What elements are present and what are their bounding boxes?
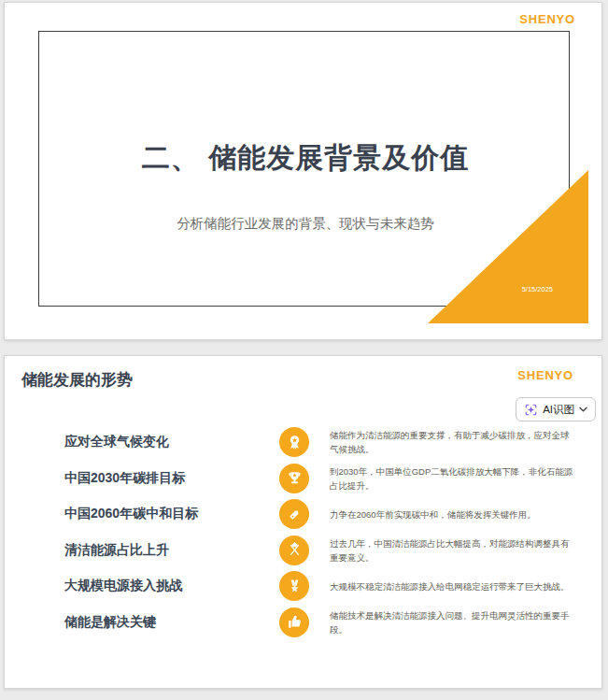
- item-description: 储能技术是解决清洁能源接入问题、提升电网灵活性的重要手段。: [330, 608, 576, 636]
- thumbs-up-icon: [279, 607, 309, 637]
- list-item: 中国2060年碳中和目标 力争在2060年前实现碳中和，储能将发挥关键作用。: [5, 496, 603, 533]
- item-title: 清洁能源占比上升: [64, 542, 272, 559]
- slide-heading: 储能发展的形势: [21, 369, 133, 391]
- list-item: 储能是解决关键 储能技术是解决清洁能源接入问题、提升电网灵活性的重要手段。: [5, 605, 603, 641]
- item-description: 储能作为清洁能源的重要支撑，有助于减少碳排放，应对全球气候挑战。: [330, 428, 576, 456]
- item-title: 储能是解决关键: [64, 614, 272, 631]
- item-title: 大规模电源接入挑战: [64, 578, 272, 594]
- slide-title: 二、 储能发展背景及价值: [38, 139, 573, 177]
- crossed-flags-icon: [279, 536, 309, 565]
- item-description: 大规模不稳定清洁能源接入给电网稳定运行带来了巨大挑战。: [330, 579, 576, 593]
- item-description: 力争在2060年前实现碳中和，储能将发挥关键作用。: [330, 507, 576, 521]
- tag-icon: [279, 499, 309, 529]
- list-item: 清洁能源占比上升 过去几年，中国清洁能源占比大幅提高，对能源结构调整具有重要意义…: [5, 533, 603, 569]
- chevron-down-icon: [579, 407, 587, 412]
- brand-logo: SHENYO: [517, 368, 573, 382]
- list-item: 大规模电源接入挑战 大规模不稳定清洁能源接入给电网稳定运行带来了巨大挑战。: [5, 568, 603, 605]
- brand-logo: SHENYO: [519, 12, 575, 26]
- list-item: 应对全球气候变化 储能作为清洁能源的重要支撑，有助于减少碳排放，应对全球气候挑战…: [5, 424, 603, 461]
- award-ribbon-icon: [279, 427, 309, 457]
- ai-scan-sparkle-icon: [524, 403, 538, 417]
- item-title: 中国2060年碳中和目标: [64, 506, 272, 522]
- item-title: 中国2030年碳排目标: [64, 470, 272, 487]
- medal-star-icon: [279, 571, 309, 601]
- slide-2-thumbnail[interactable]: SHENYO 储能发展的形势 AI识图 应对全球气候变化: [4, 355, 602, 689]
- slide-1-thumbnail[interactable]: SHENYO 二、 储能发展背景及价值 分析储能行业发展的背景、现状与未来趋势 …: [4, 2, 602, 340]
- list-item: 中国2030年碳排目标 到2030年，中国单位GDP二氧化碳排放大幅下降，非化石…: [5, 461, 603, 497]
- item-description: 过去几年，中国清洁能源占比大幅提高，对能源结构调整具有重要意义。: [330, 536, 576, 564]
- trophy-icon: [279, 464, 309, 493]
- ai-button-label: AI识图: [543, 403, 574, 417]
- item-description: 到2030年，中国单位GDP二氧化碳排放大幅下降，非化石能源占比提升。: [330, 464, 576, 493]
- feature-list: 应对全球气候变化 储能作为清洁能源的重要支撑，有助于减少碳排放，应对全球气候挑战…: [5, 424, 603, 640]
- ai-recognize-button[interactable]: AI识图: [516, 397, 596, 421]
- slide-subtitle: 分析储能行业发展的背景、现状与未来趋势: [38, 216, 573, 231]
- slide-date: 5/15/2025: [522, 285, 553, 293]
- item-title: 应对全球气候变化: [64, 434, 272, 450]
